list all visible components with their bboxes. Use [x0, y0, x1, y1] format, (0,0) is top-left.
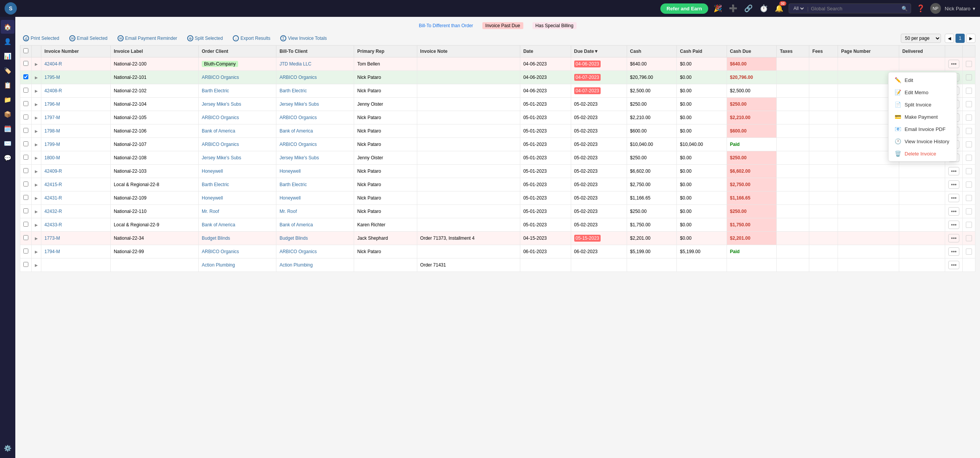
row-checkbox[interactable]: [23, 168, 28, 173]
row-actions-button[interactable]: •••: [948, 167, 959, 175]
delivered-checkbox[interactable]: [966, 61, 972, 67]
cash-paid-header[interactable]: Cash Paid: [677, 46, 727, 57]
split-selected-button[interactable]: ⊕ Split Selected: [184, 34, 226, 43]
user-name[interactable]: Nick Pataro ▾: [945, 6, 975, 11]
row-checkbox-cell[interactable]: [20, 124, 32, 138]
invoice-number-link[interactable]: 42431-R: [44, 195, 62, 201]
help-button[interactable]: ❓: [915, 3, 926, 14]
view-totals-button[interactable]: Σ View Invoice Totals: [277, 34, 330, 43]
search-input[interactable]: [811, 6, 899, 11]
delivered-cell[interactable]: [899, 57, 945, 71]
row-actions-button[interactable]: •••: [948, 60, 959, 68]
context-menu-item-make-payment[interactable]: 💳Make Payment: [889, 111, 957, 123]
expand-button[interactable]: ▶: [35, 250, 38, 254]
order-client-link[interactable]: ARBICO Organics: [202, 142, 239, 147]
bill-to-link[interactable]: Budget Blinds: [279, 236, 308, 241]
row-checkbox[interactable]: [23, 101, 28, 106]
expand-cell[interactable]: ▶: [32, 151, 41, 165]
order-client-link[interactable]: Honeywell: [202, 168, 223, 174]
bill-to-link[interactable]: ARBICO Organics: [279, 75, 317, 80]
row-actions-button[interactable]: •••: [948, 207, 959, 216]
sidebar-item-messages[interactable]: 💬: [1, 151, 15, 165]
invoice-number-link[interactable]: 1798-M: [44, 128, 60, 134]
expand-cell[interactable]: ▶: [32, 124, 41, 138]
search-scope-select[interactable]: All: [792, 5, 805, 11]
sidebar-item-home[interactable]: 🏠: [1, 20, 15, 34]
delivered-checkbox-cell[interactable]: [963, 178, 975, 191]
row-checkbox[interactable]: [23, 114, 28, 119]
context-menu-item-edit[interactable]: ✏️Edit: [889, 74, 957, 86]
expand-button[interactable]: ▶: [35, 236, 38, 240]
expand-button[interactable]: ▶: [35, 142, 38, 147]
delivered-checkbox[interactable]: [966, 182, 972, 188]
row-checkbox-cell[interactable]: [20, 111, 32, 124]
invoice-number-link[interactable]: 42409-R: [44, 168, 62, 174]
add-button[interactable]: ➕: [727, 3, 739, 14]
context-menu-item-delete-invoice[interactable]: 🗑️Delete Invoice: [889, 147, 957, 160]
bill-to-link[interactable]: Action Plumbing: [279, 262, 313, 268]
delivered-checkbox[interactable]: [966, 141, 972, 147]
delivered-checkbox-cell[interactable]: [963, 84, 975, 98]
delivered-checkbox-cell[interactable]: [963, 205, 975, 218]
print-selected-button[interactable]: 🖨 Print Selected: [20, 34, 62, 43]
sidebar-item-orders[interactable]: 📦: [1, 107, 15, 121]
delivered-checkbox-cell[interactable]: [963, 165, 975, 178]
delivered-checkbox-cell[interactable]: [963, 111, 975, 124]
delivered-checkbox-cell[interactable]: [963, 258, 975, 272]
expand-cell[interactable]: ▶: [32, 98, 41, 111]
row-checkbox[interactable]: [23, 262, 28, 267]
context-menu-item-view-invoice-history[interactable]: 🕐View Invoice History: [889, 135, 957, 147]
row-checkbox-cell[interactable]: [20, 138, 32, 151]
email-selected-button[interactable]: ✉ Email Selected: [66, 34, 111, 43]
delivered-checkbox[interactable]: [966, 155, 972, 161]
expand-cell[interactable]: ▶: [32, 218, 41, 232]
row-checkbox[interactable]: [23, 155, 28, 160]
invoice-number-link[interactable]: 1797-M: [44, 115, 60, 120]
row-checkbox[interactable]: [23, 128, 28, 133]
delivered-cell[interactable]: [899, 232, 945, 245]
delivered-checkbox-cell[interactable]: [963, 98, 975, 111]
context-menu-item-edit-memo[interactable]: 📝Edit Memo: [889, 86, 957, 98]
invoice-number-header[interactable]: Invoice Number: [41, 46, 111, 57]
row-checkbox-cell[interactable]: [20, 218, 32, 232]
row-checkbox-cell[interactable]: [20, 191, 32, 205]
order-client-link[interactable]: ARBICO Organics: [202, 249, 239, 254]
delivered-checkbox[interactable]: [966, 168, 972, 174]
row-checkbox-cell[interactable]: [20, 232, 32, 245]
bill-to-link[interactable]: JTD Media LLC: [279, 61, 311, 67]
row-checkbox-cell[interactable]: [20, 258, 32, 272]
bill-to-link[interactable]: Bank of America: [279, 128, 313, 134]
delivered-checkbox-cell[interactable]: [963, 71, 975, 84]
expand-cell[interactable]: ▶: [32, 71, 41, 84]
expand-cell[interactable]: ▶: [32, 138, 41, 151]
expand-cell[interactable]: ▶: [32, 191, 41, 205]
expand-button[interactable]: ▶: [35, 169, 38, 173]
delivered-checkbox[interactable]: [966, 101, 972, 107]
taxes-header[interactable]: Taxes: [777, 46, 809, 57]
row-checkbox-cell[interactable]: [20, 178, 32, 191]
invoice-number-link[interactable]: 1796-M: [44, 101, 60, 107]
expand-cell[interactable]: ▶: [32, 205, 41, 218]
primary-rep-header[interactable]: Primary Rep: [354, 46, 417, 57]
order-client-link[interactable]: ARBICO Organics: [202, 115, 239, 120]
cash-due-header[interactable]: Cash Due: [727, 46, 776, 57]
order-client-link[interactable]: Budget Blinds: [202, 236, 230, 241]
invoice-number-link[interactable]: 42404-R: [44, 61, 62, 67]
bill-to-link[interactable]: ARBICO Organics: [279, 142, 317, 147]
invoice-number-link[interactable]: 42408-R: [44, 88, 62, 93]
order-client-link[interactable]: Mr. Roof: [202, 209, 219, 214]
row-checkbox-cell[interactable]: [20, 205, 32, 218]
expand-button[interactable]: ▶: [35, 116, 38, 120]
link-icon-button[interactable]: 🔗: [743, 3, 754, 14]
bill-to-link[interactable]: Jersey Mike's Subs: [279, 155, 319, 160]
delivered-checkbox[interactable]: [966, 235, 972, 241]
per-page-select[interactable]: 50 per page 25 per page 100 per page: [901, 34, 941, 43]
row-actions-button[interactable]: •••: [948, 221, 959, 229]
expand-cell[interactable]: ▶: [32, 111, 41, 124]
order-client-link[interactable]: Barth Electric: [202, 182, 229, 187]
delivered-cell[interactable]: [899, 218, 945, 232]
sidebar-item-files[interactable]: 📁: [1, 93, 15, 106]
expand-cell[interactable]: ▶: [32, 245, 41, 258]
row-checkbox[interactable]: [23, 74, 28, 79]
date-header[interactable]: Date: [520, 46, 571, 57]
